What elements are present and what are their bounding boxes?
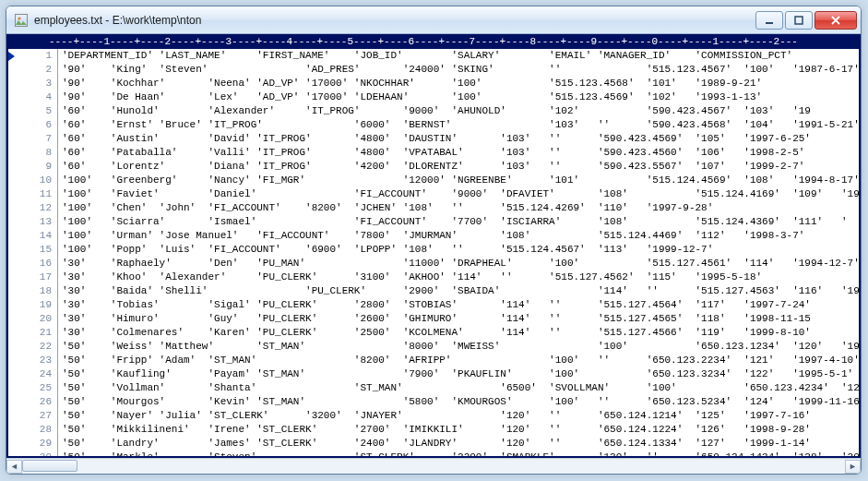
- line-number: 24: [19, 367, 52, 381]
- maximize-button[interactable]: [785, 11, 813, 30]
- editor-line[interactable]: '100' 'Greenberg' 'Nancy' 'FI_MGR' '1200…: [62, 174, 859, 187]
- current-line-marker-column: [8, 49, 19, 456]
- editor-line[interactable]: '60' 'Ernst' 'Bruce' 'IT_PROG' '6000' 'B…: [62, 118, 859, 132]
- minimize-button[interactable]: [755, 11, 783, 30]
- editor-line[interactable]: '90' 'Kochhar' 'Neena' 'AD_VP' '17000' '…: [62, 77, 859, 90]
- line-number: 29: [19, 437, 52, 451]
- horizontal-scrollbar[interactable]: ◄ ►: [6, 458, 861, 474]
- line-number: 7: [19, 132, 52, 146]
- line-number: 30: [19, 451, 52, 456]
- editor-line[interactable]: '30' 'Khoo' 'Alexander' 'PU_CLERK' '3100…: [62, 271, 859, 284]
- line-number: 11: [19, 187, 52, 201]
- editor-line[interactable]: '50' 'Weiss' 'Matthew' 'ST_MAN' '8000' '…: [62, 340, 859, 354]
- editor-line[interactable]: '50' 'Nayer' 'Julia' 'ST_CLERK' '3200' '…: [62, 409, 859, 423]
- text-editor[interactable]: 'DEPARTMENT_ID' 'LAST_NAME' 'FIRST_NAME'…: [58, 49, 859, 456]
- editor-line[interactable]: '90' 'King' 'Steven' 'AD_PRES' '24000' '…: [62, 63, 859, 77]
- editor-line[interactable]: '50' 'Vollman' 'Shanta' 'ST_MAN' '6500' …: [62, 381, 859, 395]
- line-number: 1: [19, 49, 52, 63]
- line-number: 14: [19, 229, 52, 243]
- editor-line[interactable]: '30' 'Raphaely' 'Den' 'PU_MAN' '11000' '…: [62, 257, 859, 271]
- editor-window: employees.txt - E:\work\temp\nton ----+-…: [6, 6, 862, 475]
- editor-line[interactable]: '50' 'Mourgos' 'Kevin' 'ST_MAN' '5800' '…: [62, 395, 859, 409]
- close-button[interactable]: [814, 11, 857, 30]
- line-number: 21: [19, 326, 52, 340]
- scroll-thumb[interactable]: [22, 460, 77, 472]
- line-number: 25: [19, 381, 52, 395]
- svg-rect-2: [766, 22, 773, 24]
- editor-line[interactable]: '50' 'Mikkilineni' 'Irene' 'ST_CLERK' '2…: [62, 423, 859, 437]
- editor-line[interactable]: '30' 'Baida' 'Shelli' 'PU_CLERK' '2900' …: [62, 284, 859, 298]
- scroll-right-button[interactable]: ►: [845, 460, 861, 474]
- file-icon: [14, 13, 29, 28]
- editor-line[interactable]: '60' 'Austin' 'David' 'IT_PROG' '4800' '…: [62, 132, 859, 146]
- line-number: 28: [19, 423, 52, 437]
- line-number-gutter: 1234567891011121314151617181920212223242…: [19, 49, 58, 456]
- line-number: 13: [19, 215, 52, 229]
- editor-line[interactable]: '30' 'Colmenares' 'Karen' 'PU_CLERK' '25…: [62, 326, 859, 340]
- editor-line[interactable]: '30' 'Tobias' 'Sigal' 'PU_CLERK' '2800' …: [62, 298, 859, 312]
- scroll-track[interactable]: [22, 460, 845, 474]
- editor-frame: 1234567891011121314151617181920212223242…: [6, 49, 861, 458]
- line-number: 8: [19, 146, 52, 160]
- line-number: 4: [19, 90, 52, 104]
- window-title: employees.txt - E:\work\temp\nton: [34, 14, 754, 27]
- line-number: 22: [19, 340, 52, 354]
- ruler: ----+----1----+----2----+----3----+----4…: [6, 34, 861, 49]
- line-number: 10: [19, 174, 52, 187]
- line-number: 16: [19, 257, 52, 271]
- line-number: 9: [19, 160, 52, 174]
- svg-point-0: [18, 17, 20, 19]
- window-buttons: [754, 11, 857, 30]
- line-number: 26: [19, 395, 52, 409]
- line-number: 27: [19, 409, 52, 423]
- line-number: 2: [19, 63, 52, 77]
- line-number: 6: [19, 118, 52, 132]
- editor-line[interactable]: '50' 'Kaufling' 'Payam' 'ST_MAN' '7900' …: [62, 367, 859, 381]
- editor-line[interactable]: '100' 'Faviet' 'Daniel' 'FI_ACCOUNT' '90…: [62, 187, 859, 201]
- line-number: 19: [19, 298, 52, 312]
- titlebar[interactable]: employees.txt - E:\work\temp\nton: [6, 6, 861, 34]
- line-number: 12: [19, 201, 52, 215]
- editor-line[interactable]: '50' 'Markle' 'Steven' 'ST_CLERK' '2200'…: [62, 451, 859, 456]
- line-number: 3: [19, 77, 52, 90]
- editor-line[interactable]: '50' 'Fripp' 'Adam' 'ST_MAN' '8200' 'AFR…: [62, 354, 859, 367]
- editor-line[interactable]: '90' 'De Haan' 'Lex' 'AD_VP' '17000' 'LD…: [62, 90, 859, 104]
- editor-line[interactable]: '60' 'Lorentz' 'Diana' 'IT_PROG' '4200' …: [62, 160, 859, 174]
- editor-line[interactable]: '60' 'Pataballa' 'Valli' 'IT_PROG' '4800…: [62, 146, 859, 160]
- line-number: 20: [19, 312, 52, 326]
- current-line-marker-icon: [8, 52, 15, 61]
- editor-line[interactable]: '100' 'Sciarra' 'Ismael' 'FI_ACCOUNT' '7…: [62, 215, 859, 229]
- line-number: 15: [19, 243, 52, 257]
- line-number: 23: [19, 354, 52, 367]
- editor-line[interactable]: '100' 'Chen' 'John' 'FI_ACCOUNT' '8200' …: [62, 201, 859, 215]
- editor-line[interactable]: '60' 'Hunold' 'Alexander' 'IT_PROG' '900…: [62, 104, 859, 118]
- line-number: 17: [19, 271, 52, 284]
- line-number: 5: [19, 104, 52, 118]
- editor-line[interactable]: '50' 'Landry' 'James' 'ST_CLERK' '2400' …: [62, 437, 859, 451]
- editor-line[interactable]: '100' 'Urman' 'Jose Manuel' 'FI_ACCOUNT'…: [62, 229, 859, 243]
- editor-line[interactable]: '100' 'Popp' 'Luis' 'FI_ACCOUNT' '6900' …: [62, 243, 859, 257]
- editor-line[interactable]: '30' 'Himuro' 'Guy' 'PU_CLERK' '2600' 'G…: [62, 312, 859, 326]
- line-number: 18: [19, 284, 52, 298]
- svg-rect-3: [795, 17, 803, 24]
- scroll-left-button[interactable]: ◄: [6, 460, 22, 474]
- editor-line[interactable]: 'DEPARTMENT_ID' 'LAST_NAME' 'FIRST_NAME'…: [62, 49, 859, 63]
